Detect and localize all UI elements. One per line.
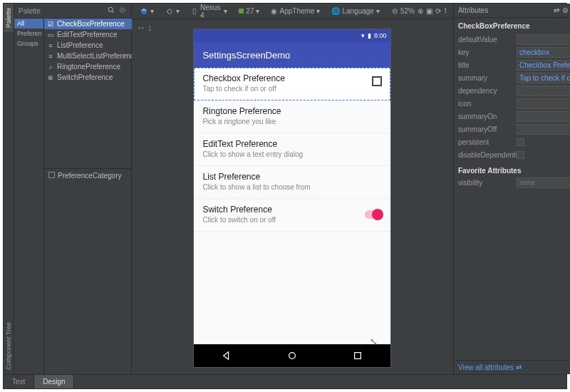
pref-summary: Click to show a text entry dialog — [202, 150, 382, 158]
attr-value[interactable]: Tap to check if on or off — [517, 73, 570, 83]
canvas[interactable]: ↔ ↕ ▾ ▮ 8:00 SettingsScreenDemo Checkbox… — [132, 19, 453, 374]
search-icon[interactable] — [107, 6, 115, 16]
side-tab-component-tree[interactable]: Component Tree — [4, 318, 14, 374]
surface-select[interactable]: ▾ — [136, 6, 157, 17]
palette-body: All Preferen Groups ☑ CheckBoxPreference… — [14, 19, 131, 374]
design-surface: ▾ ▾ Nexus 4 ▾ 27 ▾ ◉ AppTheme ▾ — [132, 4, 453, 374]
palette-header: Palette — [14, 4, 131, 19]
palette-item-label: RingtonePreference — [57, 63, 120, 71]
tab-design[interactable]: Design — [34, 375, 74, 388]
attr-row: persistent — [458, 135, 570, 148]
expand-icon[interactable]: ⇄ — [554, 6, 559, 14]
attr-key: visibility — [458, 179, 514, 187]
attr-value[interactable] — [517, 98, 570, 109]
favorite-attributes-header: Favorite Attributes — [458, 165, 570, 176]
attr-value[interactable] — [517, 111, 570, 122]
palette-item-edittext[interactable]: ▭ EditTextPreference — [44, 29, 140, 40]
side-tab-palette[interactable]: Palette — [4, 4, 14, 32]
attr-checkbox[interactable] — [517, 151, 524, 159]
battery-icon: ▮ — [368, 32, 371, 39]
attr-key: title — [458, 61, 514, 69]
attr-value[interactable]: Checkbox Preference — [517, 60, 570, 71]
wifi-icon: ▾ — [361, 32, 365, 39]
attr-key: summaryOff — [458, 125, 514, 133]
attr-row: keycheckbox — [458, 46, 570, 58]
nav-home-icon[interactable] — [287, 351, 297, 361]
language-select[interactable]: 🌐 Language ▾ — [328, 6, 383, 16]
checkbox-widget[interactable] — [372, 76, 382, 86]
ringtone-icon: ♪ — [47, 63, 54, 71]
gear-icon[interactable]: ⚙ — [562, 6, 569, 14]
phone-icon — [191, 7, 198, 16]
palette-item-label: SwitchPreference — [57, 73, 113, 81]
palette-item-multiselect[interactable]: ≡ MultiSelectListPreference — [44, 51, 140, 61]
pref-checkbox[interactable]: Checkbox Preference Tap to check if on o… — [194, 68, 390, 100]
list-icon: ≡ — [47, 42, 54, 49]
main-area: Palette Component Tree Palette All Prefe… — [4, 4, 566, 374]
palette-item-switch[interactable]: ⊕ SwitchPreference — [44, 72, 140, 83]
nav-back-icon[interactable] — [222, 351, 232, 361]
attr-value[interactable] — [517, 34, 570, 45]
resize-handle-icon[interactable]: ⤡ — [370, 336, 378, 347]
palette-group-all[interactable]: All — [14, 19, 43, 29]
attr-key: summary — [458, 74, 514, 82]
tab-text[interactable]: Text — [4, 375, 34, 388]
edit-icon: ▭ — [47, 31, 54, 38]
api-icon — [239, 9, 244, 14]
zoom-in-button[interactable]: ⊕ — [418, 7, 423, 15]
theme-select[interactable]: ◉ AppTheme ▾ — [267, 6, 323, 16]
attr-value[interactable] — [517, 124, 570, 135]
gear-icon[interactable] — [118, 6, 127, 16]
attr-dropdown[interactable]: none▾ — [517, 177, 570, 188]
attr-value[interactable] — [517, 86, 570, 96]
svg-point-3 — [120, 7, 125, 13]
overflow-icon[interactable]: ⠇ — [444, 7, 449, 15]
nav-recent-icon[interactable] — [353, 351, 363, 361]
attr-key: persistent — [458, 138, 514, 146]
pref-edittext[interactable]: EditText Preference Click to show a text… — [194, 133, 390, 166]
attr-row: summaryOn — [458, 110, 570, 123]
attr-row: icon — [458, 97, 570, 110]
attr-row: disableDependents — [458, 148, 570, 161]
svg-line-1 — [113, 11, 114, 13]
zoom-out-button[interactable]: ⊖ — [392, 7, 398, 15]
svg-rect-10 — [355, 353, 361, 359]
palette-item-checkbox[interactable]: ☑ CheckBoxPreference — [44, 19, 140, 29]
pref-list[interactable]: List Preference Click to show a list to … — [194, 166, 390, 199]
device-select[interactable]: Nexus 4 ▾ — [187, 2, 231, 21]
palette-item-category[interactable]: PreferenceCategory — [44, 168, 140, 182]
refresh-button[interactable]: ⟳ — [435, 7, 441, 15]
attr-checkbox[interactable] — [517, 138, 524, 146]
list-icon: ≡ — [47, 53, 54, 60]
zoom-fit-button[interactable]: ▣ — [426, 7, 432, 15]
view-all-attributes-link[interactable]: View all attributes ⇄ — [458, 363, 522, 371]
zoom-controls: ⊖ 52% ⊕ ▣ ⟳ ⠇ — [392, 7, 449, 15]
attributes-body: CheckBoxPreference defaultValue keycheck… — [454, 18, 570, 192]
pref-summary: Pick a ringtone you like — [202, 118, 382, 125]
palette-title: Palette — [19, 7, 41, 15]
attr-key: key — [458, 48, 514, 56]
attr-row: titleCheckbox Preference — [458, 58, 570, 71]
palette-item-list[interactable]: ≡ ListPreference — [44, 40, 140, 51]
device-label: Nexus 4 — [200, 4, 222, 19]
attributes-panel: Attributes ⇄ ⚙ →│ CheckBoxPreference def… — [453, 4, 570, 374]
palette-group-groups[interactable]: Groups — [14, 38, 43, 48]
attr-value[interactable]: checkbox — [517, 47, 570, 58]
attr-key: summaryOn — [458, 113, 514, 120]
palette-group-preferences[interactable]: Preferen — [14, 29, 43, 38]
api-select[interactable]: 27 ▾ — [235, 6, 263, 16]
attr-key: defaultValue — [458, 36, 514, 43]
switch-widget[interactable] — [365, 210, 382, 219]
palette-item-ringtone[interactable]: ♪ RingtonePreference — [44, 61, 140, 72]
svg-point-0 — [108, 7, 113, 11]
pref-switch[interactable]: Switch Preference Click to switch on or … — [194, 199, 390, 232]
left-vertical-tabs: Palette Component Tree — [4, 4, 14, 374]
pref-ringtone[interactable]: Ringtone Preference Pick a ringtone you … — [194, 100, 390, 133]
theme-icon: ◉ — [271, 7, 277, 15]
palette-panel: Palette All Preferen Groups ☑ CheckBoxPr… — [14, 4, 132, 374]
ide-window: Palette Component Tree Palette All Prefe… — [3, 3, 567, 389]
svg-marker-8 — [224, 352, 229, 360]
zoom-value: 52% — [400, 7, 415, 15]
orientation-select[interactable]: ▾ — [162, 6, 183, 17]
api-label: 27 — [246, 7, 254, 15]
